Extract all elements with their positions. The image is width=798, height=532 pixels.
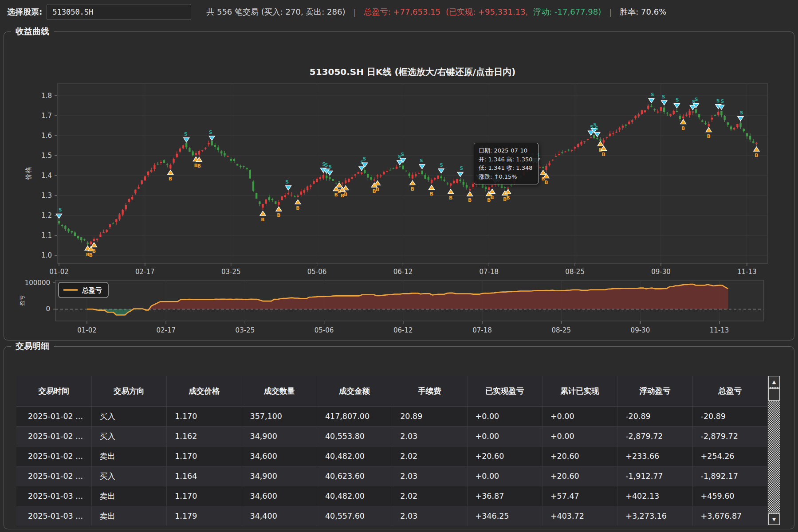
table-cell: 40,623.60 [317, 466, 392, 486]
svg-text:S: S [595, 125, 598, 131]
column-header[interactable]: 交易时间 [16, 376, 91, 407]
svg-text:B: B [344, 192, 347, 197]
table-cell: 1.170 [167, 407, 242, 426]
svg-text:S: S [740, 110, 743, 116]
svg-text:513050.SH 日K线 (框选放大/右键还原/点击日内): 513050.SH 日K线 (框选放大/右键还原/点击日内) [310, 66, 516, 77]
top-toolbar: 选择股票: 共 556 笔交易 (买入: 270, 卖出: 286) | 总盈亏… [0, 0, 798, 24]
table-row[interactable]: 2025-01-03 ...卖出1.17934,40040,557.602.03… [16, 506, 768, 526]
table-cell: -2,879.72 [692, 426, 767, 446]
table-cell: 1.170 [167, 446, 242, 466]
table-cell: +0.00 [467, 407, 542, 426]
svg-text:07-18: 07-18 [472, 326, 492, 334]
table-cell: 买入 [91, 426, 166, 446]
scroll-up-icon: ▲ [772, 379, 776, 385]
table-cell: +20.60 [467, 446, 542, 466]
svg-text:1.5: 1.5 [41, 152, 52, 160]
table-cell: +57.47 [542, 486, 617, 506]
table-cell: 40,482.00 [317, 446, 392, 466]
trades-table-header-row: 交易时间交易方向成交价格成交数量成交金额手续费已实现盈亏累计已实现浮动盈亏总盈亏 [16, 376, 768, 407]
column-header[interactable]: 已实现盈亏 [467, 376, 542, 407]
equity-curve-panel: 收益曲线 1.01.11.21.31.41.51.61.71.801-0202-… [4, 26, 794, 340]
table-cell: +403.72 [542, 506, 617, 526]
svg-text:08-25: 08-25 [551, 326, 571, 334]
column-header[interactable]: 累计已实现 [542, 376, 617, 407]
column-header[interactable]: 成交数量 [242, 376, 317, 407]
svg-text:11-13: 11-13 [737, 268, 757, 276]
tooltip-open-high: 开: 1.346 高: 1.350 [479, 155, 534, 164]
trades-table-wrap: 交易时间交易方向成交价格成交数量成交金额手续费已实现盈亏累计已实现浮动盈亏总盈亏… [16, 376, 768, 526]
floating-pnl: 浮动: -17,677.98) [533, 7, 601, 17]
svg-text:B: B [544, 180, 548, 185]
table-cell: -1,912.77 [617, 466, 692, 486]
table-cell: 34,400 [242, 506, 317, 526]
column-header[interactable]: 手续费 [392, 376, 467, 407]
svg-text:S: S [695, 97, 698, 102]
table-cell: 34,900 [242, 466, 317, 486]
table-cell: 357,100 [242, 407, 317, 426]
table-cell: 2025-01-02 ... [16, 407, 91, 426]
table-cell: +0.00 [542, 407, 617, 426]
svg-text:06-12: 06-12 [393, 268, 413, 276]
svg-text:1.2: 1.2 [41, 211, 52, 219]
column-header[interactable]: 浮动盈亏 [617, 376, 692, 407]
kline-chart-canvas[interactable]: 1.01.11.21.31.41.51.61.71.801-0202-1703-… [4, 31, 793, 348]
table-cell: 40,482.00 [317, 486, 392, 506]
table-cell: +0.00 [467, 426, 542, 446]
svg-text:03-25: 03-25 [236, 326, 255, 334]
trade-detail-panel-title: 交易明细 [11, 340, 54, 352]
table-row[interactable]: 2025-01-02 ...卖出1.17034,60040,482.002.02… [16, 446, 768, 466]
table-cell: 40,557.60 [317, 506, 392, 526]
svg-text:B: B [277, 212, 280, 218]
scroll-down-button[interactable]: ▼ [768, 513, 780, 525]
svg-text:08-25: 08-25 [565, 268, 585, 276]
table-cell: +346.25 [467, 506, 542, 526]
table-cell: 卖出 [91, 486, 166, 506]
svg-text:B: B [707, 133, 711, 139]
svg-text:01-02: 01-02 [77, 326, 97, 334]
divider: | [609, 8, 612, 17]
svg-text:1.1: 1.1 [41, 231, 52, 239]
scroll-down-icon: ▼ [772, 516, 776, 522]
svg-text:S: S [285, 179, 289, 185]
svg-text:S: S [59, 207, 62, 213]
table-cell: 卖出 [91, 506, 166, 526]
table-cell: +402.13 [617, 486, 692, 506]
divider: | [354, 8, 356, 17]
svg-text:S: S [401, 152, 404, 157]
scrollbar-thumb[interactable] [768, 388, 780, 401]
svg-text:S: S [325, 162, 328, 168]
table-row[interactable]: 2025-01-02 ...买入1.170357,100417,807.0020… [16, 407, 768, 426]
svg-text:01-02: 01-02 [49, 268, 69, 276]
column-header[interactable]: 总盈亏 [692, 376, 767, 407]
scroll-up-button[interactable]: ▲ [768, 376, 780, 387]
tooltip-date: 日期: 2025-07-10 [479, 146, 534, 155]
table-cell: +254.26 [692, 446, 767, 466]
svg-text:盈亏: 盈亏 [19, 295, 25, 306]
svg-text:B: B [449, 195, 452, 201]
column-header[interactable]: 交易方向 [91, 376, 166, 407]
table-row[interactable]: 2025-01-03 ...卖出1.17034,60040,482.002.02… [16, 486, 768, 506]
table-cell: 34,900 [242, 426, 317, 446]
table-cell: 2025-01-02 ... [16, 466, 91, 486]
column-header[interactable]: 成交价格 [167, 376, 242, 407]
table-row[interactable]: 2025-01-02 ...买入1.16234,90040,553.802.03… [16, 426, 768, 446]
svg-text:S: S [720, 98, 724, 104]
table-cell: +20.60 [542, 446, 617, 466]
svg-text:价格: 价格 [24, 167, 32, 180]
column-header[interactable]: 成交金额 [317, 376, 392, 407]
stock-input[interactable] [47, 4, 191, 20]
svg-text:S: S [676, 97, 679, 103]
table-cell: +3,676.87 [692, 506, 767, 526]
svg-text:0: 0 [46, 305, 50, 313]
table-row[interactable]: 2025-01-02 ...买入1.16434,90040,623.602.03… [16, 466, 768, 486]
table-cell: 买入 [91, 407, 166, 426]
table-scrollbar[interactable]: ▲ ▼ [768, 376, 780, 525]
svg-text:02-17: 02-17 [135, 268, 155, 276]
trades-table: 交易时间交易方向成交价格成交数量成交金额手续费已实现盈亏累计已实现浮动盈亏总盈亏… [16, 376, 768, 526]
svg-text:B: B [411, 186, 414, 192]
table-cell: 20.89 [392, 407, 467, 426]
table-cell: 1.170 [167, 486, 242, 506]
svg-text:S: S [184, 131, 188, 137]
table-cell: +0.00 [467, 466, 542, 486]
table-cell: -20.89 [692, 407, 767, 426]
